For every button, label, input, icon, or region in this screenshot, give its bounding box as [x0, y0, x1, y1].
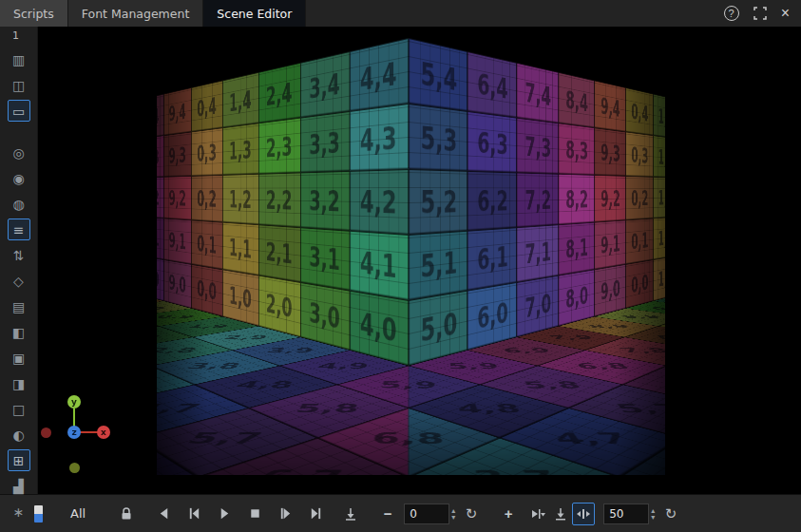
scene-tile-label: 0,1 — [631, 227, 648, 254]
scene-tile-label: 9,2 — [601, 185, 620, 212]
scene-tile-label: 3,3 — [309, 124, 339, 161]
maximize-icon[interactable] — [753, 7, 767, 20]
speed-input[interactable] — [603, 504, 649, 524]
stats-tool[interactable]: ▟ — [8, 475, 30, 497]
properties-tool[interactable]: ▥ — [8, 48, 30, 70]
scene-tile: 7,4 — [517, 63, 559, 124]
frame-stepper-down-icon[interactable]: ▾ — [451, 514, 455, 521]
timeline-mini-icon[interactable] — [34, 505, 43, 522]
speed-stepper-down-icon[interactable]: ▾ — [651, 514, 655, 521]
panel-tool[interactable]: ◨ — [8, 372, 30, 394]
scene-tile: 8,9 — [157, 294, 164, 308]
scene-tile: 2,0 — [258, 276, 300, 337]
scene-tile: 0,9 — [626, 301, 665, 316]
scene-tile-label: 9,0 — [601, 275, 620, 305]
scene-tile: 8,3 — [559, 124, 595, 176]
step-forward-button[interactable] — [274, 503, 296, 525]
reorder-tool[interactable]: ⇅ — [8, 244, 30, 266]
reset-speed-icon[interactable]: ↻ — [659, 503, 682, 525]
scene-tile: 5,3 — [409, 104, 467, 171]
speed-stepper[interactable]: ▴ ▾ — [651, 507, 655, 521]
tile-grid-tool[interactable]: ⊞ — [8, 449, 30, 471]
scene-tile-label: 2,4 — [266, 76, 293, 111]
help-icon[interactable]: ? — [724, 6, 739, 21]
scene-tile: 0,9 — [157, 309, 222, 327]
play-button[interactable] — [213, 503, 236, 525]
tab-bar: ScriptsFont ManagementScene Editor ? × — [0, 0, 801, 27]
scene-tile: 7,3 — [517, 118, 559, 174]
film-strip-tool[interactable]: ▤ — [8, 295, 30, 317]
camera-tool[interactable]: ◎ — [8, 142, 30, 163]
z-axis-ball: z — [67, 426, 81, 439]
scene-tile: 8,4 — [157, 94, 164, 139]
gizmo-tool[interactable]: ◇ — [8, 270, 30, 292]
scene-tile-label: 6,7 — [659, 379, 665, 390]
frame-input[interactable] — [404, 504, 449, 524]
play-backward-button[interactable] — [152, 503, 175, 525]
scene-tile-label: 8,9 — [585, 324, 632, 330]
scene-viewport[interactable]: 6,47,48,49,40,41,42,43,44,46,37,38,39,30… — [38, 27, 801, 494]
frame-stepper[interactable]: ▴ ▾ — [451, 507, 455, 521]
bounds-tool[interactable]: □ — [8, 398, 30, 420]
tab-scripts[interactable]: Scripts — [0, 0, 68, 27]
scene-tile: 0,3 — [626, 132, 654, 177]
scene-tile: 2,3 — [258, 118, 300, 174]
scene-tile-label: 6,2 — [477, 183, 507, 218]
left-toolbar: 1 ▥◫▭◎◉◍≡⇅◇▤◧▣◨□◐⊞▟∗ — [0, 27, 38, 494]
scene-tile: 1,1 — [653, 217, 665, 259]
go-to-end-button[interactable] — [304, 503, 327, 525]
capture-tool[interactable]: ◉ — [8, 167, 30, 189]
scene-tile: 1,9 — [653, 294, 665, 308]
scene-tile: 9,3 — [595, 127, 626, 176]
light-tool[interactable]: ◍ — [8, 193, 30, 215]
decrement-frame-button[interactable]: − — [376, 503, 399, 525]
go-to-start-button[interactable] — [182, 503, 205, 525]
dual-view-tool[interactable]: ◫ — [8, 74, 30, 96]
scene-tile-label: 0,3 — [197, 139, 217, 167]
scene-tile: 8,0 — [559, 270, 595, 327]
shading-tool[interactable]: ◐ — [8, 424, 30, 446]
scene-tile-label: 5,9 — [447, 361, 501, 370]
scene-tile-label: 8,3 — [565, 135, 588, 165]
tab-scene-editor[interactable]: Scene Editor — [203, 0, 306, 27]
scene-tile: 9,3 — [164, 132, 192, 177]
scene-tile: 3,4 — [300, 51, 350, 118]
render-view-tool[interactable]: ▭ — [8, 100, 30, 122]
scene-tile-label: 9,9 — [157, 307, 169, 311]
render-canvas[interactable]: 6,47,48,49,40,41,42,43,44,46,37,38,39,30… — [157, 38, 665, 475]
scene-tile-label: 6,8 — [573, 361, 633, 370]
scene-tile: 9,1 — [164, 218, 192, 264]
scope-selector[interactable]: All — [70, 506, 86, 521]
scene-tile: 0,0 — [626, 259, 654, 308]
scene-tile-label: 0,0 — [197, 275, 217, 305]
scene-tile: 9,0 — [164, 259, 192, 308]
left-wall: 6,47,48,49,40,41,42,43,44,46,37,38,39,30… — [157, 38, 409, 366]
range-mode-icon[interactable] — [572, 503, 595, 525]
scene-tile: 6,4 — [467, 51, 517, 118]
neg-y-axis-ball — [69, 463, 80, 473]
scene-tile-label: 5,1 — [420, 244, 457, 285]
jump-to-time-icon[interactable] — [339, 503, 362, 525]
adjust-sliders-tool[interactable]: ≡ — [8, 218, 30, 240]
reset-frame-icon[interactable]: ↻ — [460, 503, 483, 525]
effects-tool[interactable]: ∗ — [8, 501, 30, 522]
scene-tile-label: 8,0 — [565, 280, 588, 314]
scene-tile: 5,2 — [409, 169, 467, 235]
next-keyframe-icon[interactable] — [526, 503, 549, 525]
viewport-tool[interactable]: ▣ — [8, 347, 30, 369]
x-axis-ball: x — [97, 426, 110, 439]
right-wall: 5,46,47,48,49,40,41,42,43,44,45,36,37,38… — [409, 38, 665, 366]
increment-frame-button[interactable]: + — [497, 503, 520, 525]
scene-tile-label: 3,7 — [470, 466, 562, 475]
tab-font-management[interactable]: Font Management — [68, 0, 204, 27]
scene-tile-label: 9,9 — [619, 314, 663, 319]
scene-tile-label: 4,0 — [360, 305, 397, 350]
close-icon[interactable]: × — [781, 6, 790, 21]
stop-button[interactable] — [243, 503, 266, 525]
scene-tile: 0,2 — [191, 175, 222, 222]
layers-tool[interactable]: ◧ — [8, 321, 30, 343]
drop-keyframe-icon[interactable] — [549, 503, 572, 525]
scene-tile: 2,9 — [193, 326, 301, 350]
lock-icon[interactable] — [115, 503, 138, 525]
scene-tile: 1,2 — [653, 177, 665, 218]
